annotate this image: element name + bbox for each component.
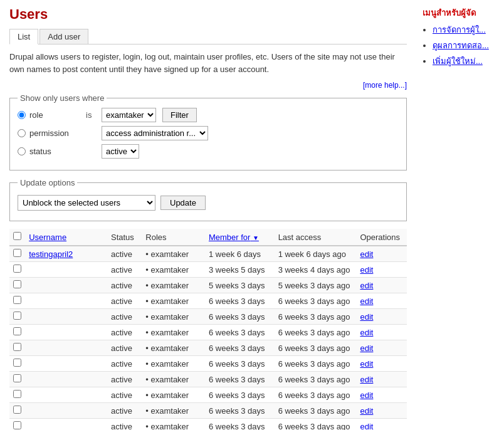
page-title: Users	[9, 6, 407, 23]
row-checkbox[interactable]	[13, 359, 21, 367]
member-sort-link[interactable]: Member for ▼	[209, 233, 259, 242]
last-access-cell: 6 weeks 3 days ago	[275, 387, 357, 403]
table-row: activeexamtaker6 weeks 3 days6 weeks 3 d…	[9, 372, 407, 387]
role-cell: examtaker	[145, 359, 189, 369]
update-options-fieldset: Update options Unblock the selected user…	[9, 178, 407, 221]
sidebar: เมนูสำหรับผู้จัด การจัดการผู้ใ... ดูผลกา…	[416, 0, 504, 430]
member-for-cell: 5 weeks 3 days	[205, 278, 275, 293]
sidebar-links: การจัดการผู้ใ... ดูผลการทดสอ... เพิ่มผู้…	[423, 23, 498, 68]
member-for-cell: 1 week 6 days	[205, 246, 275, 262]
table-row: activeexamtaker6 weeks 3 days6 weeks 3 d…	[9, 356, 407, 372]
edit-link[interactable]: edit	[360, 422, 373, 431]
last-access-cell: 1 week 6 days ago	[275, 246, 357, 262]
table-row: activeexamtaker6 weeks 3 days6 weeks 3 d…	[9, 293, 407, 309]
edit-link[interactable]: edit	[360, 265, 373, 275]
filter-select-status[interactable]: active	[102, 144, 139, 159]
status-cell: active	[107, 340, 142, 356]
row-checkbox[interactable]	[13, 249, 21, 257]
more-help-link[interactable]: [more help...]	[363, 81, 407, 90]
role-cell: examtaker	[145, 343, 189, 353]
edit-link[interactable]: edit	[360, 359, 373, 369]
row-checkbox[interactable]	[13, 327, 21, 335]
status-cell: active	[107, 309, 142, 325]
sidebar-item-add: เพิ่มผู้ใช้ใหม่...	[433, 55, 498, 68]
update-button[interactable]: Update	[160, 196, 206, 210]
last-access-cell: 6 weeks 3 days ago	[275, 309, 357, 325]
filter-radio-status[interactable]	[18, 147, 26, 155]
member-for-cell: 6 weeks 3 days	[205, 309, 275, 325]
select-all-checkbox[interactable]	[13, 232, 21, 240]
sidebar-item-manage: การจัดการผู้ใ...	[433, 23, 498, 36]
filter-select-permission[interactable]: access administration r...	[102, 126, 208, 140]
filter-select-role[interactable]: examtaker	[102, 108, 156, 122]
edit-link[interactable]: edit	[360, 328, 373, 337]
edit-link[interactable]: edit	[360, 391, 373, 400]
status-cell: active	[107, 293, 142, 309]
last-access-cell: 6 weeks 3 days ago	[275, 293, 357, 309]
col-header-check	[9, 229, 25, 246]
status-cell: active	[107, 403, 142, 419]
filter-row-permission: permission access administration r...	[18, 126, 399, 140]
member-for-cell: 6 weeks 3 days	[205, 293, 275, 309]
users-table: Username Status Roles Member for ▼ Last …	[9, 229, 407, 430]
sidebar-item-results: ดูผลการทดสอ...	[433, 39, 498, 52]
role-cell: examtaker	[145, 406, 189, 416]
sidebar-link-manage[interactable]: การจัดการผู้ใ...	[433, 25, 486, 34]
status-cell: active	[107, 419, 142, 431]
edit-link[interactable]: edit	[360, 296, 373, 306]
member-for-cell: 3 weeks 5 days	[205, 262, 275, 278]
row-checkbox[interactable]	[13, 343, 21, 351]
role-cell: examtaker	[145, 265, 189, 275]
username-sort-link[interactable]: Username	[29, 233, 66, 242]
help-link-container: [more help...]	[9, 80, 407, 90]
username-link[interactable]: testingapril2	[29, 249, 73, 259]
tab-list[interactable]: List	[9, 29, 38, 45]
edit-link[interactable]: edit	[360, 281, 373, 290]
edit-link[interactable]: edit	[360, 375, 373, 384]
filter-radio-role[interactable]	[18, 111, 26, 119]
table-row: activeexamtaker6 weeks 3 days6 weeks 3 d…	[9, 403, 407, 419]
edit-link[interactable]: edit	[360, 312, 373, 322]
last-access-cell: 6 weeks 3 days ago	[275, 403, 357, 419]
table-row: activeexamtaker5 weeks 3 days5 weeks 3 d…	[9, 278, 407, 293]
filter-label-role: role	[29, 110, 86, 120]
tab-add-user[interactable]: Add user	[39, 29, 88, 44]
last-access-cell: 6 weeks 3 days ago	[275, 325, 357, 340]
table-row: activeexamtaker6 weeks 3 days6 weeks 3 d…	[9, 419, 407, 431]
sidebar-link-results[interactable]: ดูผลการทดสอ...	[433, 41, 489, 50]
row-checkbox[interactable]	[13, 312, 21, 320]
update-action-select[interactable]: Unblock the selected usersBlock the sele…	[18, 195, 155, 211]
row-checkbox[interactable]	[13, 406, 21, 414]
row-checkbox[interactable]	[13, 374, 21, 382]
tabs: List Add user	[9, 29, 407, 45]
role-cell: examtaker	[145, 422, 189, 431]
row-checkbox[interactable]	[13, 296, 21, 304]
row-checkbox[interactable]	[13, 421, 21, 429]
member-for-cell: 6 weeks 3 days	[205, 403, 275, 419]
last-access-cell: 6 weeks 3 days ago	[275, 419, 357, 431]
member-for-cell: 6 weeks 3 days	[205, 356, 275, 372]
table-row: testingapril2activeexamtaker1 week 6 day…	[9, 246, 407, 262]
role-cell: examtaker	[145, 391, 189, 400]
col-header-operations: Operations	[356, 229, 407, 246]
row-checkbox[interactable]	[13, 280, 21, 288]
edit-link[interactable]: edit	[360, 249, 373, 259]
member-for-cell: 6 weeks 3 days	[205, 387, 275, 403]
page-description: Drupal allows users to register, login, …	[9, 51, 407, 75]
filter-is-role: is	[86, 110, 102, 120]
filter-button[interactable]: Filter	[162, 108, 197, 122]
edit-link[interactable]: edit	[360, 343, 373, 353]
last-access-cell: 6 weeks 3 days ago	[275, 372, 357, 387]
update-options-legend: Update options	[18, 178, 77, 187]
role-cell: examtaker	[145, 249, 189, 259]
filter-row-role: role is examtaker Filter	[18, 108, 399, 122]
edit-link[interactable]: edit	[360, 406, 373, 416]
sidebar-link-add[interactable]: เพิ่มผู้ใช้ใหม่...	[433, 56, 483, 66]
status-cell: active	[107, 372, 142, 387]
row-checkbox[interactable]	[13, 390, 21, 398]
role-cell: examtaker	[145, 328, 189, 337]
col-header-roles: Roles	[142, 229, 205, 246]
member-for-cell: 6 weeks 3 days	[205, 325, 275, 340]
filter-radio-permission[interactable]	[18, 129, 26, 137]
row-checkbox[interactable]	[13, 265, 21, 273]
